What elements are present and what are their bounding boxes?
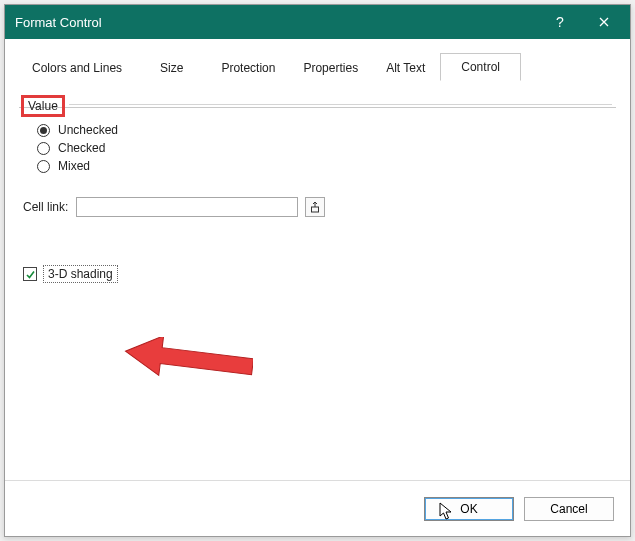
radio-unchecked[interactable]: Unchecked	[37, 123, 612, 137]
collapse-icon	[310, 201, 320, 213]
titlebar: Format Control ?	[5, 5, 630, 39]
help-button[interactable]: ?	[538, 5, 582, 39]
cell-link-input[interactable]	[76, 197, 298, 217]
radio-checked[interactable]: Checked	[37, 141, 612, 155]
cell-link-label: Cell link:	[23, 200, 68, 214]
shading-label: 3-D shading	[43, 265, 118, 283]
radio-icon	[37, 142, 50, 155]
tab-size[interactable]: Size	[137, 54, 206, 81]
dialog-content: Value Unchecked Checked Mixed Cell link:	[5, 81, 630, 480]
radio-mixed-label: Mixed	[58, 159, 90, 173]
radio-mixed[interactable]: Mixed	[37, 159, 612, 173]
radio-icon	[37, 124, 50, 137]
window-title: Format Control	[15, 15, 538, 30]
shading-checkbox[interactable]: 3-D shading	[23, 265, 612, 283]
tab-bar: Colors and Lines Size Protection Propert…	[5, 39, 630, 81]
value-group-label: Value	[21, 95, 65, 117]
cell-reference-button[interactable]	[305, 197, 325, 217]
cancel-button[interactable]: Cancel	[524, 497, 614, 521]
format-control-dialog: Format Control ? Colors and Lines Size P…	[4, 4, 631, 537]
radio-icon	[37, 160, 50, 173]
ok-button[interactable]: OK	[424, 497, 514, 521]
radio-unchecked-label: Unchecked	[58, 123, 118, 137]
tab-control[interactable]: Control	[440, 53, 521, 81]
dialog-footer: OK Cancel	[5, 480, 630, 536]
checkbox-icon	[23, 267, 37, 281]
tab-alt-text[interactable]: Alt Text	[373, 54, 438, 81]
close-icon	[599, 17, 609, 27]
tab-protection[interactable]: Protection	[208, 54, 288, 81]
tab-properties[interactable]: Properties	[290, 54, 371, 81]
annotation-arrow-icon	[123, 337, 253, 385]
close-button[interactable]	[582, 5, 626, 39]
svg-rect-0	[312, 207, 319, 212]
group-divider	[69, 104, 612, 105]
tab-colors-and-lines[interactable]: Colors and Lines	[19, 54, 135, 81]
radio-checked-label: Checked	[58, 141, 105, 155]
